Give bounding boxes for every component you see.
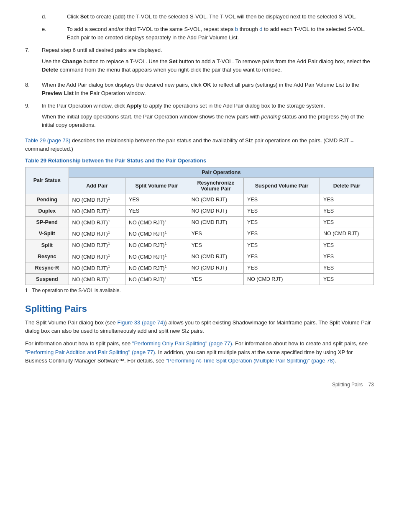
table-intro-para: Table 29 (page 73) describes the relatio…: [25, 136, 374, 153]
step-8-content: When the Add Pair dialog box displays th…: [42, 81, 374, 98]
col-pair-status: Pair Status: [26, 167, 69, 194]
split-cell: NO (CMD RJT)1: [125, 228, 188, 239]
add-cell: NO (CMD RJT)1: [69, 217, 125, 228]
suspend-cell: YES: [244, 251, 320, 262]
suspend-cell: YES: [244, 262, 320, 273]
pair-operations-table: Pair Status Pair Operations Add Pair Spl…: [25, 167, 374, 285]
pair-status-cell: Resync-R: [26, 262, 69, 273]
resync-cell: NO (CMD RJT): [188, 262, 243, 273]
link-d[interactable]: d: [259, 26, 262, 32]
delete-cell: YES: [320, 205, 374, 216]
step-d-letter: d.: [42, 13, 67, 21]
link-b[interactable]: b: [235, 26, 238, 32]
step-d: d. Click Set to create (add) the T-VOL t…: [42, 13, 374, 21]
suspend-cell: YES: [244, 194, 320, 205]
table-row: SP-PendNO (CMD RJT)1NO (CMD RJT)1NO (CMD…: [26, 217, 374, 228]
delete-cell: YES: [320, 251, 374, 262]
add-cell: NO (CMD RJT)1: [69, 228, 125, 239]
resync-cell: NO (CMD RJT): [188, 251, 243, 262]
add-cell: NO (CMD RJT)1: [69, 194, 125, 205]
split-cell: NO (CMD RJT)1: [125, 262, 188, 273]
step-9-sub: When the initial copy operations start, …: [42, 113, 374, 129]
col-pair-ops: Pair Operations: [69, 167, 373, 177]
table-row: DuplexNO (CMD RJT)1YESNO (CMD RJT)YESYES: [26, 205, 374, 216]
pair-status-cell: Split: [26, 239, 69, 251]
delete-cell: YES: [320, 194, 374, 205]
table-29-link[interactable]: Table 29 (page 73): [25, 137, 70, 144]
step-9-content: In the Pair Operation window, click Appl…: [42, 102, 374, 132]
table-row: PendingNO (CMD RJT)1YESNO (CMD RJT)YESYE…: [26, 194, 374, 205]
change-bold: Change: [62, 58, 82, 64]
step-9: 9. In the Pair Operation window, click A…: [25, 102, 374, 132]
split-cell: NO (CMD RJT)1: [125, 273, 188, 285]
step-e-letter: e.: [42, 25, 67, 42]
resync-cell: NO (CMD RJT): [188, 217, 243, 228]
suspend-cell: YES: [244, 228, 320, 239]
resync-cell: YES: [188, 273, 243, 285]
col-delete: Delete Pair: [320, 177, 374, 194]
col-suspend: Suspend Volume Pair: [244, 177, 320, 194]
table-row: ResyncNO (CMD RJT)1NO (CMD RJT)1NO (CMD …: [26, 251, 374, 262]
delete-cell: YES: [320, 262, 374, 273]
pending-italic: pending: [261, 113, 281, 120]
step-d-container: d. Click Set to create (add) the T-VOL t…: [42, 13, 374, 42]
suspend-cell: NO (CMD RJT): [244, 273, 320, 285]
col-split-volume: Split Volume Pair: [125, 177, 188, 194]
table-row: V-SplitNO (CMD RJT)1NO (CMD RJT)1YESYESN…: [26, 228, 374, 239]
footer-text: Splitting Pairs 73: [332, 382, 374, 388]
delete-cell: YES: [320, 273, 374, 285]
table-body: PendingNO (CMD RJT)1YESNO (CMD RJT)YESYE…: [26, 194, 374, 285]
col-add-pair: Add Pair: [69, 177, 125, 194]
step-7: 7. Repeat step 6 until all desired pairs…: [25, 46, 374, 76]
link-pair-addition-splitting[interactable]: "Performing Pair Addition and Pair Split…: [25, 349, 155, 355]
page-footer: Splitting Pairs 73: [25, 382, 374, 388]
table-header-row-2: Add Pair Split Volume Pair Resynchronize…: [26, 177, 374, 194]
suspend-cell: YES: [244, 217, 320, 228]
step-7-container: 7. Repeat step 6 until all desired pairs…: [25, 46, 374, 132]
link-at-time-split[interactable]: "Performing At-Time Split Operation (Mul…: [166, 357, 335, 364]
figure-33-link[interactable]: Figure 33 (page 74): [117, 319, 165, 326]
split-cell: NO (CMD RJT)1: [125, 217, 188, 228]
step-7-number: 7.: [25, 46, 42, 76]
split-cell: NO (CMD RJT)1: [125, 239, 188, 251]
step-9-main: In the Pair Operation window, click Appl…: [42, 102, 374, 110]
step-8: 8. When the Add Pair dialog box displays…: [25, 81, 374, 98]
pair-status-cell: Duplex: [26, 205, 69, 216]
add-cell: NO (CMD RJT)1: [69, 205, 125, 216]
table-header-row-1: Pair Status Pair Operations: [26, 167, 374, 177]
step-7-main: Repeat step 6 until all desired pairs ar…: [42, 46, 374, 54]
add-cell: NO (CMD RJT)1: [69, 239, 125, 251]
col-resync: ResynchronizeVolume Pair: [188, 177, 243, 194]
resync-cell: YES: [188, 239, 243, 251]
add-cell: NO (CMD RJT)1: [69, 262, 125, 273]
delete-bold: Delete: [42, 67, 58, 73]
table-caption: Table 29 Relationship between the Pair S…: [25, 157, 374, 164]
link-only-pair-splitting[interactable]: "Performing Only Pair Splitting" (page 7…: [132, 340, 232, 347]
step-7-content: Repeat step 6 until all desired pairs ar…: [42, 46, 374, 76]
pair-status-cell: V-Split: [26, 228, 69, 239]
pair-status-cell: Resync: [26, 251, 69, 262]
resync-cell: NO (CMD RJT): [188, 194, 243, 205]
preview-list-bold: Preview List: [42, 90, 74, 96]
table-row: SuspendNO (CMD RJT)1NO (CMD RJT)1YESNO (…: [26, 273, 374, 285]
split-cell: YES: [125, 194, 188, 205]
step-e: e. To add a second and/or third T-VOL to…: [42, 25, 374, 42]
resync-cell: YES: [188, 228, 243, 239]
step-d-content: Click Set to create (add) the T-VOL to t…: [67, 13, 374, 21]
pair-status-cell: Suspend: [26, 273, 69, 285]
delete-cell: YES: [320, 239, 374, 251]
step-9-number: 9.: [25, 102, 42, 132]
set-bold-2: Set: [169, 58, 177, 64]
split-cell: NO (CMD RJT)1: [125, 251, 188, 262]
delete-cell: NO (CMD RJT): [320, 228, 374, 239]
table-footnote: 1 The operation to the S-VOL is availabl…: [25, 288, 374, 293]
suspend-cell: YES: [244, 239, 320, 251]
splitting-para-1: The Split Volume Pair dialog box (see Fi…: [25, 319, 374, 335]
pair-status-cell: SP-Pend: [26, 217, 69, 228]
step-8-number: 8.: [25, 81, 42, 98]
set-bold: Set: [80, 13, 89, 20]
splitting-para-2: For information about how to split pairs…: [25, 339, 374, 365]
splitting-pairs-heading: Splitting Pairs: [25, 303, 374, 314]
split-cell: YES: [125, 205, 188, 216]
step-e-content: To add a second and/or third T-VOL to th…: [67, 25, 374, 42]
